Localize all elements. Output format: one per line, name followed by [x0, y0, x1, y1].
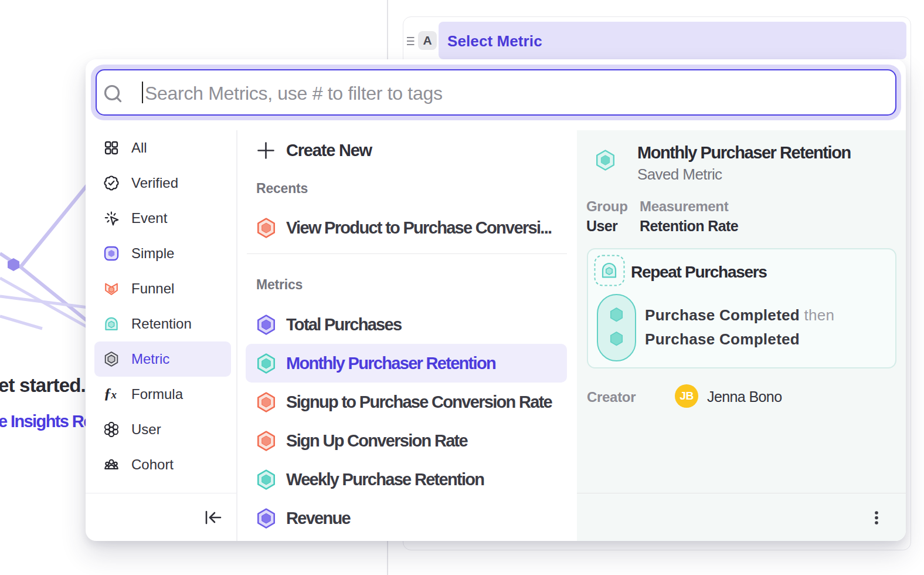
- svg-text:x: x: [111, 388, 117, 401]
- svg-text:ƒ: ƒ: [104, 387, 111, 402]
